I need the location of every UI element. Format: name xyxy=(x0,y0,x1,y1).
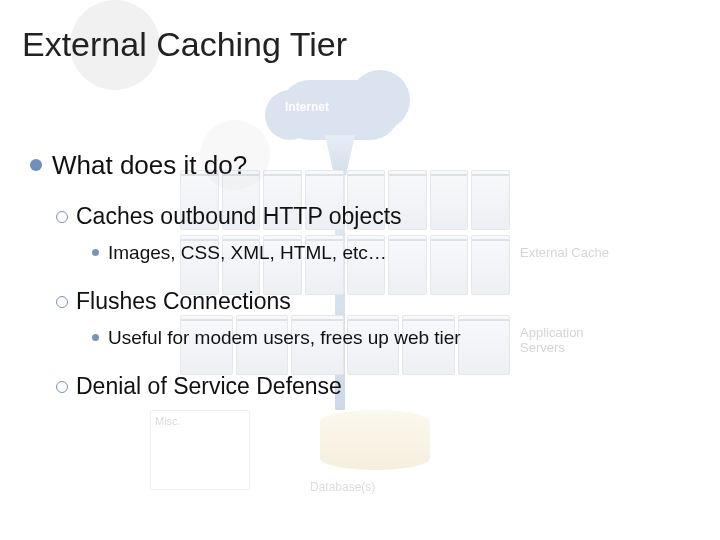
database-icon xyxy=(320,410,430,470)
database-label: Database(s) xyxy=(310,480,375,494)
bullet-dos: Denial of Service Defense xyxy=(56,373,690,400)
misc-box: Misc. xyxy=(150,410,250,490)
bullet-flushes-detail: Useful for modem users, frees up web tie… xyxy=(92,327,690,349)
bullet-caches: Caches outbound HTTP objects xyxy=(56,203,690,230)
cloud-label: Internet xyxy=(285,100,329,114)
cloud-icon xyxy=(280,80,400,140)
bullet-flushes: Flushes Connections xyxy=(56,288,690,315)
bullet-caches-detail: Images, CSS, XML, HTML, etc… xyxy=(92,242,690,264)
slide-content: What does it do? Caches outbound HTTP ob… xyxy=(30,150,690,412)
slide-title: External Caching Tier xyxy=(22,25,347,64)
bullet-lvl1: What does it do? xyxy=(30,150,690,181)
